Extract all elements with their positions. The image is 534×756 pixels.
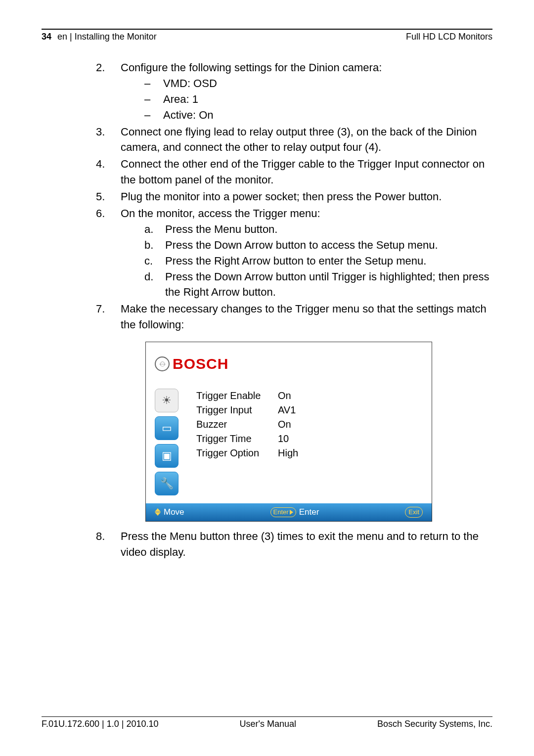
osd-v-trigger-option: High [278, 446, 298, 460]
footer-docnum: F.01U.172.600 | 1.0 | 2010.10 [42, 719, 159, 729]
step-2: Configure the following settings for the… [96, 60, 492, 123]
down-arrow-icon [155, 512, 161, 516]
step-3: Connect one flying lead to relay output … [96, 124, 492, 156]
osd-k-buzzer: Buzzer [196, 417, 278, 432]
doc-title: Full HD LCD Monitors [406, 32, 492, 42]
page-footer: F.01U.172.600 | 1.0 | 2010.10 User's Man… [42, 719, 492, 729]
osd-v-trigger-enable: On [278, 389, 291, 403]
footer-company: Bosch Security Systems, Inc. [377, 719, 492, 729]
osd-logo: ⦵ BOSCH [155, 353, 423, 375]
footer-center: User's Manual [239, 719, 296, 729]
osd-v-trigger-input: AV1 [278, 403, 296, 417]
osd-settings: Trigger EnableOn Trigger InputAV1 Buzzer… [196, 389, 298, 495]
step-8: Press the Menu button three (3) times to… [96, 529, 492, 560]
page-number: 34 [42, 32, 51, 42]
bosch-anchor-icon: ⦵ [155, 356, 170, 371]
osd-k-trigger-option: Trigger Option [196, 446, 278, 460]
osd-move-hint: Move [155, 506, 184, 519]
display-icon: ▣ [155, 444, 178, 468]
osd-exit-hint: Exit [405, 507, 423, 518]
step-6b: Press the Down Arrow button to access th… [144, 237, 492, 253]
step-6c: Press the Right Arrow button to enter th… [144, 253, 492, 269]
footer-rule [42, 716, 492, 717]
section-title: en | Installing the Monitor [57, 32, 157, 42]
input-icon: ▭ [155, 416, 178, 440]
step-2-sub-c: Active: On [144, 107, 492, 123]
up-arrow-icon [155, 508, 161, 512]
step-2-text: Configure the following settings for the… [121, 61, 382, 74]
osd-panel: ⦵ BOSCH ☀ ▭ ▣ 🔧 Trigger EnableOn [145, 342, 432, 522]
page-body: Configure the following settings for the… [42, 60, 492, 560]
step-2-sub-a: VMD: OSD [144, 76, 492, 91]
step-6: On the monitor, access the Trigger menu:… [96, 206, 492, 300]
page-header: 34 en | Installing the Monitor Full HD L… [42, 32, 492, 42]
step-6a: Press the Menu button. [144, 222, 492, 237]
bosch-wordmark: BOSCH [173, 353, 228, 375]
brightness-icon: ☀ [155, 389, 178, 412]
osd-k-trigger-enable: Trigger Enable [196, 389, 278, 403]
osd-k-trigger-time: Trigger Time [196, 432, 278, 446]
step-2-sub-b: Area: 1 [144, 91, 492, 107]
osd-v-trigger-time: 10 [278, 432, 289, 446]
setup-wrench-icon: 🔧 [155, 472, 178, 495]
osd-hint-bar: Move Enter Enter Exit [146, 503, 432, 522]
step-7: Make the necessary changes to the Trigge… [96, 301, 492, 528]
step-4: Connect the other end of the Trigger cab… [96, 156, 492, 188]
osd-v-buzzer: On [278, 417, 291, 432]
step-5: Plug the monitor into a power socket; th… [96, 189, 492, 205]
step-6d: Press the Down Arrow button until Trigge… [144, 269, 492, 301]
step-6-text: On the monitor, access the Trigger menu: [121, 207, 320, 220]
osd-enter-hint: Enter Enter [270, 506, 319, 519]
header-rule [42, 29, 492, 30]
osd-k-trigger-input: Trigger Input [196, 403, 278, 417]
right-arrow-icon [290, 510, 293, 515]
